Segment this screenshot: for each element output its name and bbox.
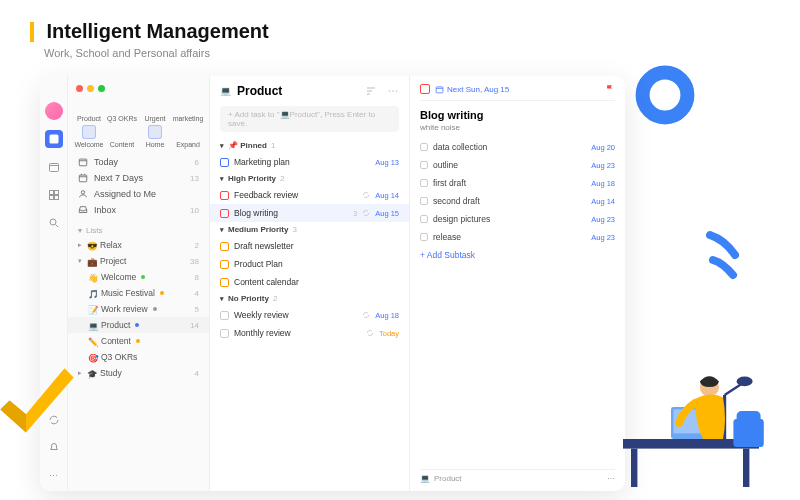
- footer-list-name[interactable]: Product: [434, 474, 462, 483]
- subtask-name: first draft: [433, 178, 586, 188]
- rail-tasks-icon[interactable]: [45, 130, 63, 148]
- quick-product[interactable]: Product: [74, 99, 104, 122]
- task-row[interactable]: Monthly reviewToday: [210, 324, 409, 342]
- list-emoji-icon: 👋: [88, 273, 96, 281]
- rail-more-icon[interactable]: ⋯: [45, 467, 63, 485]
- list-label: Music Festival: [101, 288, 155, 298]
- list-project[interactable]: ▾💼Project38: [68, 253, 209, 269]
- svg-rect-3: [49, 191, 53, 195]
- detail-title[interactable]: Blog writing: [420, 101, 615, 123]
- deco-illustration: [615, 340, 775, 490]
- today-icon: [78, 157, 88, 167]
- list-music-festival[interactable]: 🎵Music Festival4: [68, 285, 209, 301]
- section-lists[interactable]: ▾Lists: [68, 222, 209, 237]
- task-checkbox[interactable]: [220, 260, 229, 269]
- quick-content[interactable]: Content: [107, 125, 137, 148]
- list-label: Product: [101, 320, 130, 330]
- task-row[interactable]: Product Plan: [210, 255, 409, 273]
- subtask-row[interactable]: releaseAug 23: [420, 228, 615, 246]
- quick-home[interactable]: Home: [140, 125, 170, 148]
- list-welcome[interactable]: 👋Welcome8: [68, 269, 209, 285]
- task-checkbox[interactable]: [220, 329, 229, 338]
- smart-today[interactable]: Today6: [68, 154, 209, 170]
- week-icon: [78, 173, 88, 183]
- list-label: Work review: [101, 304, 148, 314]
- add-task-input[interactable]: + Add task to "💻Product", Press Enter to…: [220, 106, 399, 132]
- task-row[interactable]: Content calendar: [210, 273, 409, 291]
- list-content[interactable]: ✏️Content: [68, 333, 209, 349]
- quick-expand[interactable]: Expand: [173, 125, 203, 148]
- window-controls: [68, 80, 209, 97]
- list-emoji-icon: 🎵: [88, 289, 96, 297]
- subtask-row[interactable]: second draftAug 14: [420, 192, 615, 210]
- smart-week[interactable]: Next 7 Days13: [68, 170, 209, 186]
- subtask-checkbox[interactable]: [420, 143, 428, 151]
- subtask-name: second draft: [433, 196, 586, 206]
- task-checkbox[interactable]: [220, 311, 229, 320]
- quick-marketing[interactable]: marketing: [173, 99, 203, 122]
- subtask-row[interactable]: first draftAug 18: [420, 174, 615, 192]
- svg-rect-9: [79, 175, 87, 182]
- list-emoji-icon: 📝: [88, 305, 96, 313]
- group-header[interactable]: ▾📌 Pinned 1: [210, 138, 409, 153]
- footer-more-icon[interactable]: ⋯: [607, 474, 615, 483]
- svg-rect-16: [631, 449, 637, 487]
- list-relax[interactable]: ▸😎Relax2: [68, 237, 209, 253]
- task-row[interactable]: Draft newsletter: [210, 237, 409, 255]
- subtask-checkbox[interactable]: [420, 215, 428, 223]
- avatar[interactable]: [45, 102, 63, 120]
- flag-icon[interactable]: [605, 84, 615, 94]
- subtask-date: Aug 23: [591, 215, 615, 224]
- deco-ring: [630, 60, 700, 130]
- smart-assigned[interactable]: Assigned to Me: [68, 186, 209, 202]
- close-dot[interactable]: [76, 85, 83, 92]
- list-count: 14: [190, 321, 199, 330]
- sort-icon[interactable]: [365, 85, 377, 97]
- smart-inbox[interactable]: Inbox10: [68, 202, 209, 218]
- task-row[interactable]: Marketing planAug 13: [210, 153, 409, 171]
- rail-search-icon[interactable]: [45, 214, 63, 232]
- task-checkbox[interactable]: [220, 242, 229, 251]
- task-row[interactable]: Feedback reviewAug 14: [210, 186, 409, 204]
- smart-lists: Today6Next 7 Days13Assigned to MeInbox10: [68, 150, 209, 222]
- group-header[interactable]: ▾High Priority 2: [210, 171, 409, 186]
- subtask-checkbox[interactable]: [420, 197, 428, 205]
- task-row[interactable]: Weekly reviewAug 18: [210, 306, 409, 324]
- repeat-icon: [362, 191, 370, 199]
- list-emoji-icon: 😎: [87, 241, 95, 249]
- task-checkbox[interactable]: [220, 209, 229, 218]
- task-checkbox[interactable]: [220, 158, 229, 167]
- min-dot[interactable]: [87, 85, 94, 92]
- smart-count: 6: [195, 158, 199, 167]
- subtask-row[interactable]: data collectionAug 20: [420, 138, 615, 156]
- list-color-dot: [153, 307, 157, 311]
- subtask-row[interactable]: design picturesAug 23: [420, 210, 615, 228]
- task-checkbox[interactable]: [220, 191, 229, 200]
- quick-q3 okrs[interactable]: Q3 OKRs: [107, 99, 137, 122]
- subtask-checkbox[interactable]: [420, 233, 428, 241]
- task-name: Feedback review: [234, 190, 357, 200]
- detail-note[interactable]: white noise: [420, 123, 615, 138]
- quick-urgent[interactable]: Urgent: [140, 99, 170, 122]
- list-count: 4: [195, 369, 199, 378]
- list-product[interactable]: 💻Product14: [68, 317, 209, 333]
- subtask-row[interactable]: outlineAug 23: [420, 156, 615, 174]
- list-work-review[interactable]: 📝Work review5: [68, 301, 209, 317]
- subtask-checkbox[interactable]: [420, 179, 428, 187]
- quick-welcome[interactable]: Welcome: [74, 125, 104, 148]
- group-header[interactable]: ▾No Priority 2: [210, 291, 409, 306]
- rail-calendar-icon[interactable]: [45, 158, 63, 176]
- max-dot[interactable]: [98, 85, 105, 92]
- add-subtask[interactable]: + Add Subtask: [420, 246, 615, 264]
- subtask-checkbox[interactable]: [420, 161, 428, 169]
- task-checkbox[interactable]: [220, 278, 229, 287]
- task-row[interactable]: Blog writing3Aug 15: [210, 204, 409, 222]
- page-title: Intelligent Management: [46, 20, 268, 43]
- detail-date[interactable]: Next Sun, Aug 15: [435, 85, 509, 94]
- list-emoji-icon: 💼: [87, 257, 95, 265]
- group-header[interactable]: ▾Medium Priority 3: [210, 222, 409, 237]
- more-icon[interactable]: [387, 85, 399, 97]
- detail-checkbox[interactable]: [420, 84, 430, 94]
- task-detail-pane: Next Sun, Aug 15 Blog writing white nois…: [410, 76, 625, 491]
- rail-matrix-icon[interactable]: [45, 186, 63, 204]
